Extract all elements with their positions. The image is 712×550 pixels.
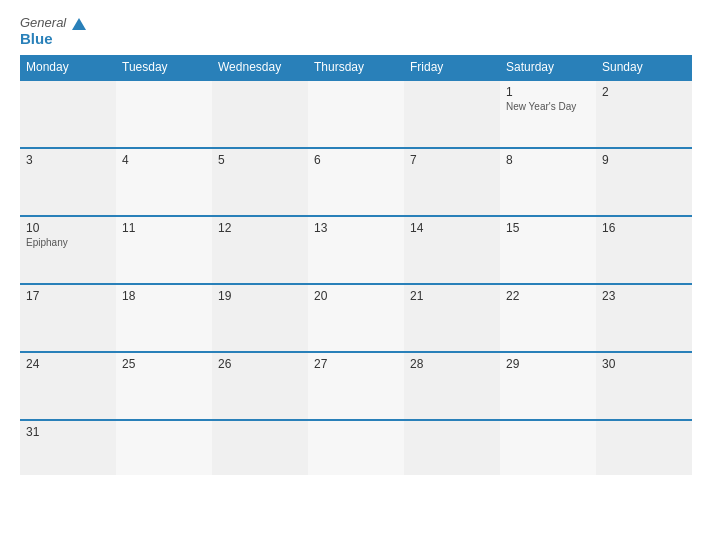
calendar-cell [404, 420, 500, 475]
day-number: 31 [26, 425, 110, 439]
calendar-cell [116, 80, 212, 148]
calendar-cell: 14 [404, 216, 500, 284]
calendar-cell: 18 [116, 284, 212, 352]
calendar-cell: 7 [404, 148, 500, 216]
calendar-cell: 22 [500, 284, 596, 352]
day-number: 3 [26, 153, 110, 167]
calendar-cell: 1New Year's Day [500, 80, 596, 148]
calendar-cell: 15 [500, 216, 596, 284]
calendar-cell: 27 [308, 352, 404, 420]
day-number: 26 [218, 357, 302, 371]
calendar-table: MondayTuesdayWednesdayThursdayFridaySatu… [20, 55, 692, 475]
day-number: 21 [410, 289, 494, 303]
calendar-cell: 31 [20, 420, 116, 475]
calendar-cell: 6 [308, 148, 404, 216]
calendar-cell: 19 [212, 284, 308, 352]
header: General Blue [20, 15, 692, 47]
day-number: 8 [506, 153, 590, 167]
calendar-cell: 20 [308, 284, 404, 352]
calendar-cell: 11 [116, 216, 212, 284]
calendar-cell [20, 80, 116, 148]
week-row-6: 31 [20, 420, 692, 475]
calendar-cell [308, 420, 404, 475]
day-number: 5 [218, 153, 302, 167]
calendar-cell: 16 [596, 216, 692, 284]
calendar-cell: 30 [596, 352, 692, 420]
calendar-cell [404, 80, 500, 148]
week-row-2: 3456789 [20, 148, 692, 216]
calendar-cell [212, 420, 308, 475]
day-number: 14 [410, 221, 494, 235]
day-number: 10 [26, 221, 110, 235]
day-number: 2 [602, 85, 686, 99]
weekday-header-sunday: Sunday [596, 55, 692, 80]
calendar-cell: 23 [596, 284, 692, 352]
calendar-cell: 24 [20, 352, 116, 420]
calendar-container: General Blue MondayTuesdayWednesdayThurs… [0, 0, 712, 550]
calendar-cell [212, 80, 308, 148]
weekday-header-thursday: Thursday [308, 55, 404, 80]
calendar-cell: 17 [20, 284, 116, 352]
day-number: 22 [506, 289, 590, 303]
week-row-3: 10Epiphany111213141516 [20, 216, 692, 284]
calendar-cell: 12 [212, 216, 308, 284]
weekday-header-friday: Friday [404, 55, 500, 80]
calendar-cell: 26 [212, 352, 308, 420]
day-number: 15 [506, 221, 590, 235]
calendar-cell [116, 420, 212, 475]
calendar-cell: 5 [212, 148, 308, 216]
day-number: 20 [314, 289, 398, 303]
logo-triangle-icon [72, 18, 86, 30]
day-number: 11 [122, 221, 206, 235]
day-number: 24 [26, 357, 110, 371]
day-number: 30 [602, 357, 686, 371]
day-number: 13 [314, 221, 398, 235]
day-number: 4 [122, 153, 206, 167]
week-row-4: 17181920212223 [20, 284, 692, 352]
day-number: 12 [218, 221, 302, 235]
weekday-header-wednesday: Wednesday [212, 55, 308, 80]
week-row-1: 1New Year's Day2 [20, 80, 692, 148]
calendar-cell: 8 [500, 148, 596, 216]
day-number: 27 [314, 357, 398, 371]
day-number: 7 [410, 153, 494, 167]
day-number: 1 [506, 85, 590, 99]
calendar-cell: 13 [308, 216, 404, 284]
day-number: 6 [314, 153, 398, 167]
calendar-cell: 3 [20, 148, 116, 216]
day-number: 18 [122, 289, 206, 303]
day-number: 25 [122, 357, 206, 371]
calendar-cell: 25 [116, 352, 212, 420]
weekday-header-monday: Monday [20, 55, 116, 80]
day-number: 23 [602, 289, 686, 303]
day-number: 17 [26, 289, 110, 303]
weekday-header-saturday: Saturday [500, 55, 596, 80]
event-label: New Year's Day [506, 101, 590, 112]
calendar-cell: 4 [116, 148, 212, 216]
day-number: 29 [506, 357, 590, 371]
logo-blue-text: Blue [20, 30, 53, 47]
weekday-header-row: MondayTuesdayWednesdayThursdayFridaySatu… [20, 55, 692, 80]
calendar-cell: 29 [500, 352, 596, 420]
weekday-header-tuesday: Tuesday [116, 55, 212, 80]
day-number: 19 [218, 289, 302, 303]
week-row-5: 24252627282930 [20, 352, 692, 420]
day-number: 9 [602, 153, 686, 167]
calendar-cell: 10Epiphany [20, 216, 116, 284]
calendar-cell: 28 [404, 352, 500, 420]
calendar-cell [308, 80, 404, 148]
day-number: 28 [410, 357, 494, 371]
day-number: 16 [602, 221, 686, 235]
logo: General Blue [20, 15, 86, 47]
calendar-cell [596, 420, 692, 475]
event-label: Epiphany [26, 237, 110, 248]
calendar-cell: 9 [596, 148, 692, 216]
calendar-cell: 21 [404, 284, 500, 352]
logo-general-text: General [20, 15, 86, 30]
calendar-cell: 2 [596, 80, 692, 148]
calendar-cell [500, 420, 596, 475]
